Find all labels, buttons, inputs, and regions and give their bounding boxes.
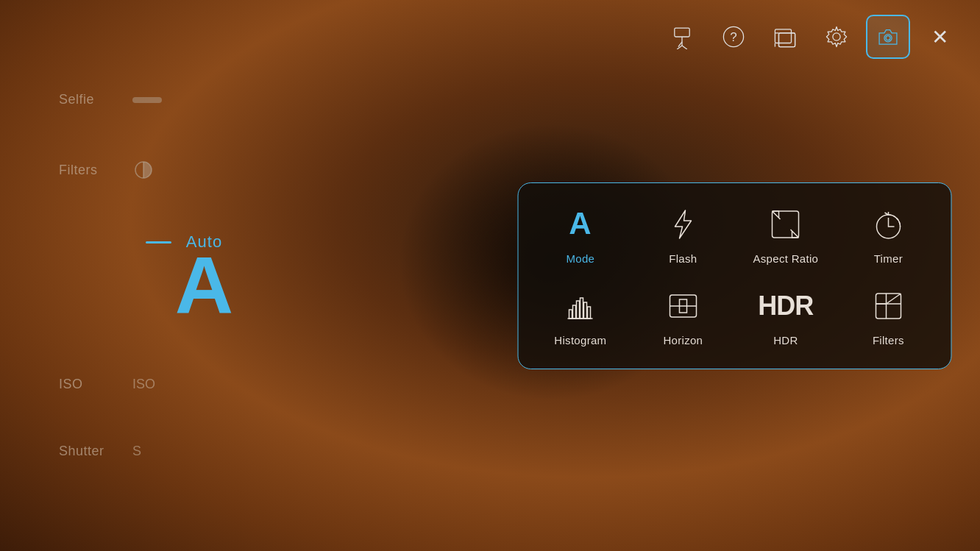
selfie-label: Selfie [59,92,118,107]
settings-button[interactable] [814,15,859,59]
iso-value: ISO [132,377,155,392]
iso-item: ISO ISO [59,377,309,392]
aspect-ratio-item[interactable]: Aspect Ratio [738,205,834,265]
timer-icon [869,205,907,243]
svg-rect-23 [569,310,572,319]
help-icon: ? [721,24,746,49]
left-panel: Selfie Filters Auto A ISO ISO Shutter S [0,0,309,551]
filters-icon [132,159,155,181]
shutter-label: Shutter [59,444,118,459]
timer-item[interactable]: Timer [841,205,937,265]
aspect-ratio-label: Aspect Ratio [753,252,819,265]
close-button[interactable]: ✕ [921,18,958,55]
gear-icon [824,24,849,49]
gallery-button[interactable] [763,15,807,59]
mode-item[interactable]: A Mode [533,205,628,265]
svg-rect-24 [573,305,576,319]
selfie-item: Selfie [59,92,309,107]
svg-rect-32 [876,294,901,319]
horizon-icon [664,287,702,325]
camera-icon [876,24,901,49]
filters-item: Filters [59,159,309,181]
gallery-icon [773,24,798,49]
hdr-label: HDR [773,334,798,346]
flash-label: Flash [669,252,697,265]
histogram-item[interactable]: Histogram [533,287,628,346]
svg-rect-7 [775,29,791,43]
help-button[interactable]: ? [711,15,756,59]
svg-point-14 [886,36,890,40]
tripod-icon [670,24,695,49]
histogram-label: Histogram [554,334,606,346]
filters-setting-label: Filters [873,334,904,346]
svg-rect-0 [675,28,689,37]
mode-icon: A [561,205,600,243]
svg-rect-8 [779,33,795,47]
timer-label: Timer [874,252,903,265]
camera-button[interactable] [866,15,910,59]
hdr-icon: HDR [767,287,805,325]
svg-line-2 [677,46,682,49]
svg-rect-11 [779,33,795,47]
tripod-button[interactable] [660,15,704,59]
shutter-value: S [132,444,141,459]
svg-rect-25 [577,301,580,319]
svg-marker-17 [675,210,691,238]
horizon-item[interactable]: Horizon [636,287,731,346]
auto-big-letter: A [175,244,233,325]
filters-setting-icon [869,287,907,325]
hdr-item[interactable]: HDR HDR [738,287,834,346]
horizon-label: Horizon [663,334,703,346]
shutter-item: Shutter S [59,444,309,459]
settings-panel: A Mode Flash Aspect Ratio [517,182,951,369]
svg-text:?: ? [730,30,736,44]
filters-setting-item[interactable]: Filters [841,287,937,346]
iso-label: ISO [59,377,118,392]
svg-rect-27 [584,302,587,319]
svg-text:A: A [569,207,592,241]
flash-icon [664,205,702,243]
auto-dash [146,241,171,243]
svg-point-12 [833,33,840,40]
selfie-indicator [132,97,162,103]
toolbar: ? ✕ [638,0,980,74]
auto-mode: Auto A [59,232,309,325]
mode-label: Mode [566,252,594,265]
svg-rect-28 [588,307,591,319]
svg-line-3 [682,46,687,49]
aspect-ratio-icon [767,205,805,243]
histogram-icon [561,287,600,325]
filters-label: Filters [59,163,118,178]
svg-rect-26 [580,298,583,319]
flash-item[interactable]: Flash [636,205,731,265]
